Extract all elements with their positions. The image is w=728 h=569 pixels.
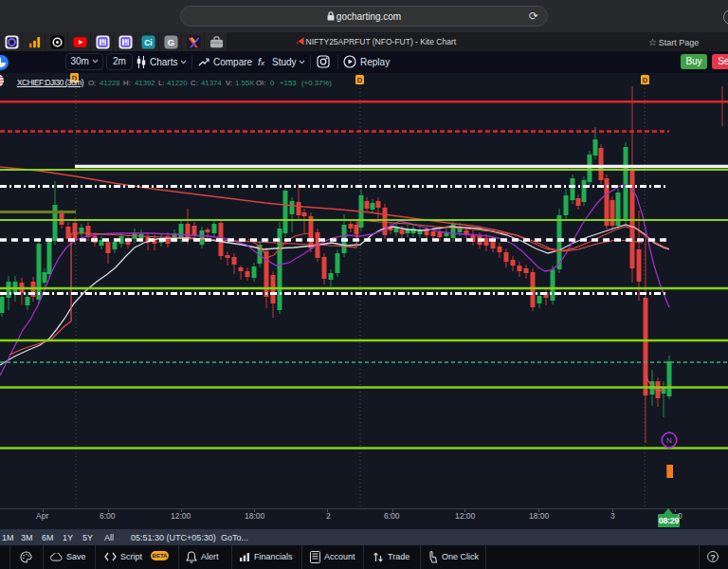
svg-text:Ci: Ci [144, 37, 152, 46]
svg-text:G: G [168, 38, 174, 47]
svg-text:N: N [666, 436, 672, 445]
